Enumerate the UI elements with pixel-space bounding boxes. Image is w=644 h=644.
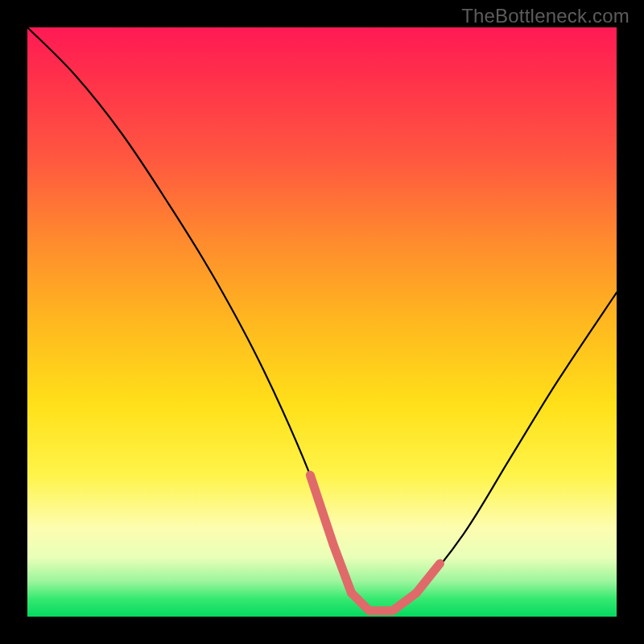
chart-frame: TheBottleneck.com [0,0,644,644]
valley-highlight [310,475,440,610]
watermark-text: TheBottleneck.com [461,5,630,27]
valley-highlight-seg [352,593,417,611]
plot-area [27,27,617,617]
bottleneck-curve-line [27,27,617,613]
chart-svg [27,27,617,617]
valley-highlight-seg [310,475,351,592]
valley-highlight-seg [416,564,440,593]
